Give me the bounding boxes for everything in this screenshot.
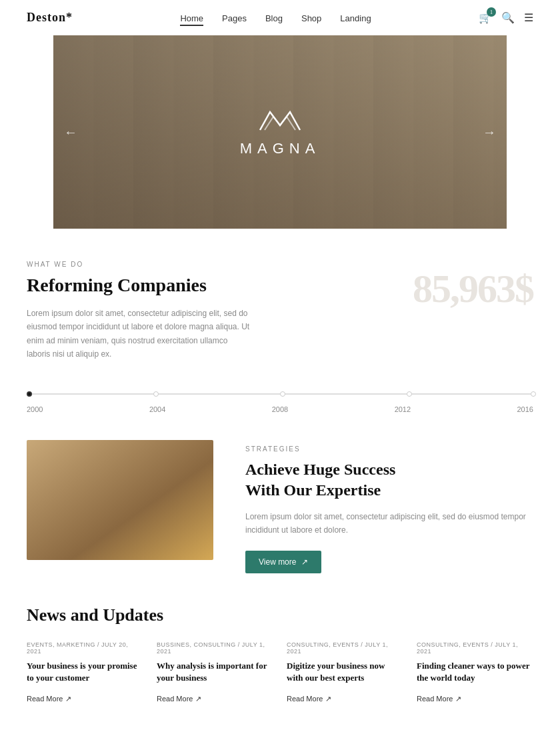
nav-home[interactable]: Home (180, 13, 203, 26)
strategies-image (27, 440, 213, 560)
strategies-title: Achieve Huge SuccessWith Our Expertise (245, 459, 533, 501)
read-more-2[interactable]: Read More ↗ (157, 695, 201, 703)
read-more-3[interactable]: Read More ↗ (287, 695, 331, 703)
news-card-3: CONSULTING, EVENTS / JULY 1, 2021 Digiti… (287, 641, 403, 704)
strategies-section: STRATEGIES Achieve Huge SuccessWith Our … (0, 440, 560, 605)
timeline: 2000 2004 2008 2012 2016 (0, 393, 560, 440)
logo[interactable]: Deston* (27, 11, 73, 25)
cart-icon[interactable]: 🛒1 (479, 11, 492, 24)
timeline-year-2012: 2012 (395, 405, 411, 413)
cart-badge: 1 (487, 7, 496, 17)
news-card-2: BUSSINES, CONSULTING / JULY 1, 2021 Why … (157, 641, 273, 704)
read-more-arrow-1: ↗ (65, 695, 71, 703)
hero-slider: MAGNA ← → (53, 35, 507, 229)
what-we-do-number: 85,963$ (413, 261, 533, 312)
news-grid: EVENTS, MARKETING / JULY 20, 2021 Your b… (27, 641, 533, 704)
nav-landing[interactable]: Landing (340, 13, 371, 23)
what-we-do-body: Lorem ipsum dolor sit amet, consectetur … (27, 307, 253, 361)
what-we-do-tag: WHAT WE DO (27, 261, 253, 268)
search-icon[interactable]: 🔍 (501, 11, 515, 24)
read-more-arrow-2: ↗ (195, 695, 201, 703)
news-section: News and Updates EVENTS, MARKETING / JUL… (0, 605, 560, 732)
menu-icon[interactable]: ☰ (524, 11, 533, 24)
strategies-body: Lorem ipsum dolor sit amet, consectetur … (245, 510, 533, 537)
news-headline-2: Why analysis is important for your busin… (157, 660, 273, 684)
read-more-4[interactable]: Read More ↗ (417, 695, 461, 703)
news-meta-2: BUSSINES, CONSULTING / JULY 1, 2021 (157, 641, 273, 655)
hero-brand-icon (257, 107, 303, 137)
news-meta-1: EVENTS, MARKETING / JULY 20, 2021 (27, 641, 143, 655)
view-more-button[interactable]: View more ↗ (245, 551, 321, 573)
news-card-1: EVENTS, MARKETING / JULY 20, 2021 Your b… (27, 641, 143, 704)
what-we-do-title: Reforming Companies (27, 275, 253, 296)
hero-next-button[interactable]: → (483, 125, 496, 140)
read-more-1[interactable]: Read More ↗ (27, 695, 71, 703)
timeline-year-2004: 2004 (149, 405, 165, 413)
read-more-arrow-4: ↗ (455, 695, 461, 703)
hero-prev-button[interactable]: ← (64, 125, 77, 140)
timeline-year-2000: 2000 (27, 405, 43, 413)
nav-links: Home Pages Blog Shop Landing (180, 12, 371, 24)
timeline-year-2016: 2016 (517, 405, 533, 413)
nav-actions: 🛒1 🔍 ☰ (479, 11, 533, 24)
arrow-icon: ↗ (301, 557, 308, 567)
news-meta-3: CONSULTING, EVENTS / JULY 1, 2021 (287, 641, 403, 655)
navigation: Deston* Home Pages Blog Shop Landing 🛒1 … (0, 0, 560, 35)
news-card-4: CONSULTING, EVENTS / JULY 1, 2021 Findin… (417, 641, 533, 704)
nav-blog[interactable]: Blog (265, 13, 283, 23)
news-headline-3: Digitize your business now with our best… (287, 660, 403, 684)
timeline-year-2008: 2008 (272, 405, 288, 413)
news-meta-4: CONSULTING, EVENTS / JULY 1, 2021 (417, 641, 533, 655)
read-more-arrow-3: ↗ (325, 695, 331, 703)
strategies-tag: STRATEGIES (245, 445, 533, 453)
news-headline-1: Your business is your promise to your cu… (27, 660, 143, 684)
what-we-do-section: WHAT WE DO Reforming Companies Lorem ips… (0, 229, 560, 385)
news-title: News and Updates (27, 605, 533, 625)
nav-shop[interactable]: Shop (301, 13, 321, 23)
nav-pages[interactable]: Pages (222, 13, 247, 23)
news-headline-4: Finding cleaner ways to power the world … (417, 660, 533, 684)
hero-brand-name: MAGNA (240, 140, 321, 157)
